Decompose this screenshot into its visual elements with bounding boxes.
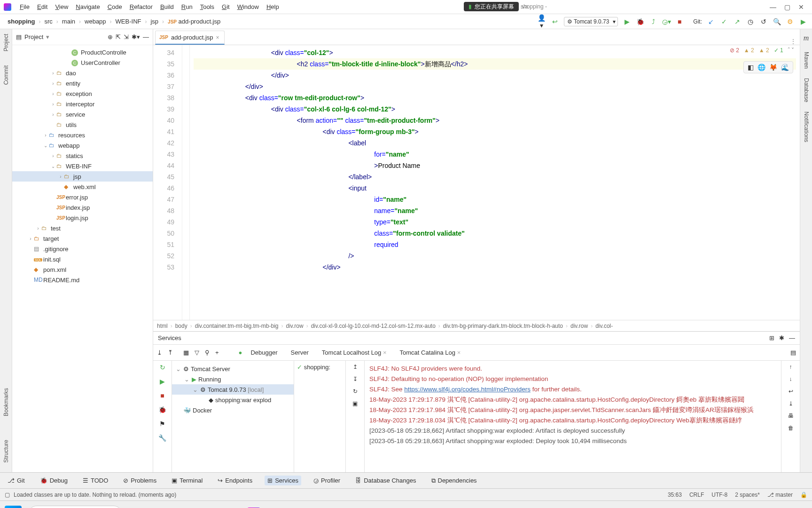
refresh-icon[interactable]: ↻ — [353, 388, 358, 395]
svc-tab-debugger[interactable]: Debugger — [250, 349, 277, 356]
deploy-up-icon[interactable]: ↥ — [353, 364, 358, 370]
settings-icon[interactable]: ⚙ — [786, 18, 794, 25]
svc-pin-icon[interactable]: ⚲ — [205, 349, 210, 356]
tree-usercontroller[interactable]: CUserController — [12, 57, 153, 68]
menu-tools[interactable]: Tools — [196, 3, 218, 10]
tree-error-jsp[interactable]: JSPerror.jsp — [12, 192, 153, 202]
maven-tab[interactable]: m — [804, 34, 809, 42]
menu-git[interactable]: Git — [218, 3, 234, 10]
menu-build[interactable]: Build — [156, 3, 178, 10]
svc-tab-tomcat-localhost-log[interactable]: Tomcat Localhost Log × — [322, 349, 387, 356]
stop-button[interactable]: ■ — [675, 18, 684, 25]
run-icon[interactable]: ▶ — [160, 378, 165, 385]
tree-utils[interactable]: 🗀utils — [12, 119, 153, 130]
bottom-tab-profiler[interactable]: ◶Profiler — [311, 476, 343, 485]
services-tree[interactable]: ⌄⚙ Tomcat Server⌄▶ Running⌄⚙ Tomcat 9.0.… — [172, 361, 294, 472]
tree-webapp[interactable]: ⌄🗀webapp — [12, 140, 153, 151]
taskbar-search[interactable]: 🔍 搜索 — [28, 506, 122, 508]
firefox-icon[interactable]: 🦊 — [769, 64, 777, 71]
svc-node-running[interactable]: ⌄▶ Running — [172, 374, 294, 384]
services-settings-icon[interactable]: ✱ — [779, 334, 784, 341]
indent-info[interactable]: 2 spaces* — [735, 492, 760, 498]
menu-file[interactable]: File — [16, 3, 33, 10]
more-icon[interactable]: ▶ — [799, 18, 807, 25]
editor-crumb-0[interactable]: html — [157, 323, 168, 329]
lock-icon[interactable]: 🔒 — [800, 492, 807, 498]
editor-crumb-5[interactable]: div.tm-bg-primary-dark.tm-block.tm-block… — [443, 323, 563, 329]
tree-productcontrolle[interactable]: CProductControlle — [12, 47, 153, 57]
editor-breadcrumbs[interactable]: html›body›div.container.tm-mt-big.tm-mb-… — [153, 320, 800, 331]
terminal-icon[interactable]: ▣ — [352, 400, 358, 407]
tree-service[interactable]: ›🗀service — [12, 109, 153, 119]
minimize-button[interactable]: — — [766, 3, 780, 11]
editor-crumb-2[interactable]: div.container.tm-mt-big.tm-mb-big — [195, 323, 279, 329]
breadcrumb-4[interactable]: WEB-INF — [113, 17, 144, 26]
edge-icon[interactable]: 🌊 — [781, 64, 789, 71]
breadcrumb-0[interactable]: shopping — [5, 17, 38, 26]
git-commit-icon[interactable]: ✓ — [720, 18, 728, 25]
tree-web-inf[interactable]: ⌄🗀WEB-INF — [12, 161, 153, 171]
bottom-tab-problems[interactable]: ⊘Problems — [120, 476, 159, 485]
tree-entity[interactable]: ›🗀entity — [12, 78, 153, 88]
console-settings-icon[interactable]: ▤ — [790, 349, 796, 356]
maven-label[interactable]: Maven — [803, 52, 810, 69]
bottom-tab-database-changes[interactable]: 🗄Database Changes — [352, 476, 419, 485]
svc-wrench-icon[interactable]: 🔧 — [158, 434, 166, 442]
menu-code[interactable]: Code — [104, 3, 126, 10]
tree-resources[interactable]: ›🗀resources — [12, 130, 153, 140]
git-push-icon[interactable]: ↗ — [733, 18, 742, 25]
svc-add-icon[interactable]: + — [215, 349, 219, 356]
project-tab[interactable]: Project — [3, 34, 9, 51]
services-layout-icon[interactable]: ⊞ — [769, 334, 774, 341]
svc-group-icon[interactable]: ▦ — [183, 349, 189, 356]
line-separator[interactable]: CRLF — [689, 492, 704, 498]
svc-more-icon[interactable]: ⚑ — [159, 420, 165, 428]
tree-index-jsp[interactable]: JSPindex.jsp — [12, 202, 153, 213]
breadcrumb-2[interactable]: main — [59, 17, 78, 26]
bottom-tab-todo[interactable]: ☰TODO — [80, 476, 111, 485]
database-tab[interactable]: Database — [803, 78, 810, 102]
scroll-end-icon[interactable]: ⤓ — [789, 400, 793, 407]
svc-node-docker[interactable]: 🐳 Docker — [172, 405, 294, 415]
tree-settings-icon[interactable]: ✱▾ — [132, 33, 140, 40]
editor-crumb-7[interactable]: div.col- — [595, 323, 613, 329]
deploy-down-icon[interactable]: ↧ — [353, 376, 358, 382]
svc-node-tomcat-server[interactable]: ⌄⚙ Tomcat Server — [172, 364, 294, 374]
commit-tab[interactable]: Commit — [3, 65, 9, 85]
tab-add-product-jsp[interactable]: JSP add-product.jsp × — [155, 31, 225, 45]
code-editor[interactable]: 3435363738394041424344454647484950515253… — [153, 45, 800, 320]
tree-statics[interactable]: ›🗀statics — [12, 151, 153, 161]
scroll-up-icon[interactable]: ↑ — [789, 364, 792, 370]
tree-init-sql[interactable]: SQLinit.sql — [12, 254, 153, 264]
svc-filter-icon[interactable]: ▽ — [195, 349, 199, 356]
menu-navigate[interactable]: Navigate — [72, 3, 103, 10]
tree-interceptor[interactable]: ›🗀interceptor — [12, 99, 153, 109]
collapse-icon[interactable]: ⇲ — [124, 33, 129, 40]
stop-icon[interactable]: ■ — [160, 392, 164, 399]
svc-expand-icon[interactable]: ⤓ — [157, 349, 162, 356]
hide-icon[interactable]: — — [143, 33, 149, 40]
menu-refactor[interactable]: Refactor — [126, 3, 156, 10]
breadcrumb-1[interactable]: src — [42, 17, 55, 26]
ide-preview-icon[interactable]: ◧ — [748, 64, 754, 71]
close-tab-icon[interactable]: × — [216, 34, 219, 41]
debug-icon[interactable]: 🐞 — [158, 406, 166, 413]
tree-dao[interactable]: ›🗀dao — [12, 68, 153, 78]
run-button[interactable]: ▶ — [623, 18, 631, 25]
clear-icon[interactable]: 🗑 — [788, 425, 794, 431]
scroll-down-icon[interactable]: ↓ — [789, 376, 792, 382]
coverage-button[interactable]: ⤴ — [649, 18, 657, 25]
svc-collapse-icon[interactable]: ⤒ — [168, 349, 173, 356]
editor-crumb-1[interactable]: body — [175, 323, 187, 329]
locate-icon[interactable]: ⊕ — [108, 33, 113, 40]
tree-jsp[interactable]: ›🗀jsp — [12, 171, 153, 182]
structure-tab[interactable]: Structure — [3, 440, 9, 463]
menu-view[interactable]: View — [51, 3, 72, 10]
breadcrumb-3[interactable]: webapp — [82, 17, 109, 26]
tree-readme-md[interactable]: MDREADME.md — [12, 275, 153, 285]
bottom-tab-git[interactable]: ⎇Git — [5, 476, 28, 485]
menu-help[interactable]: Help — [263, 3, 283, 10]
debug-button[interactable]: 🐞 — [636, 18, 644, 25]
expand-icon[interactable]: ⇱ — [116, 33, 121, 40]
inspection-widget[interactable]: ⊘ 2 ▲ 2 ▲ 2 ✓ 1 ˆ ˅ — [730, 47, 794, 54]
